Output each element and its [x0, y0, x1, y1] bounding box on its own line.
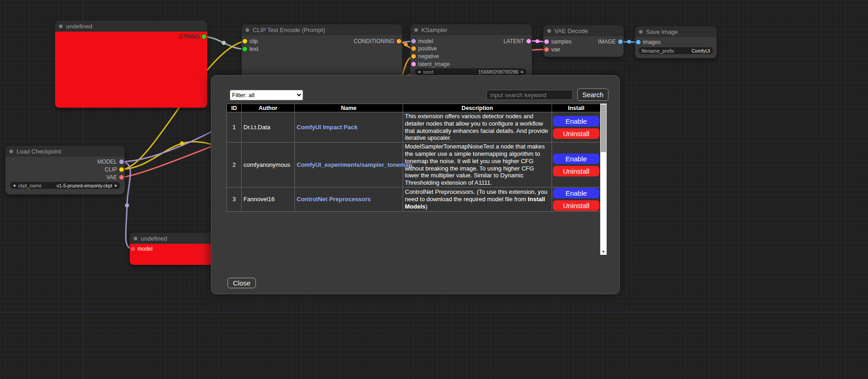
- slot-label: STRING: [179, 33, 199, 40]
- output-slot-model[interactable]: MODEL: [97, 159, 124, 165]
- node-ksampler[interactable]: KSampler model positive negative latent_…: [410, 24, 532, 81]
- input-slot-model[interactable]: model: [411, 38, 433, 44]
- filter-select[interactable]: Filter: all: [230, 90, 303, 100]
- slot-label: positive: [418, 45, 437, 52]
- output-slot-latent[interactable]: LATENT: [503, 38, 531, 44]
- node-collapse-dot-icon[interactable]: [414, 28, 418, 32]
- widget-value: 156680208700286: [478, 69, 519, 75]
- input-slot-negative[interactable]: negative: [411, 53, 439, 60]
- search-input[interactable]: [487, 90, 573, 100]
- uninstall-button[interactable]: Uninstall: [553, 200, 599, 211]
- decrement-arrow-icon[interactable]: ◀: [418, 68, 420, 75]
- node-undefined-top[interactable]: undefined STRING: [55, 21, 207, 108]
- latent-slot-dot-icon[interactable]: [526, 39, 531, 44]
- node-title-bar[interactable]: KSampler: [410, 24, 532, 35]
- input-slot-text[interactable]: text: [243, 46, 258, 52]
- cell-name: ComfyUI_experiments/sampler_tonemap: [295, 143, 403, 187]
- link-midpoint-dot: [180, 142, 184, 146]
- cell-id: 1: [227, 112, 242, 143]
- input-slot-clip[interactable]: clip: [243, 38, 258, 44]
- node-collapse-dot-icon[interactable]: [639, 30, 643, 34]
- table-header-row: ID Author Name Description Install: [227, 104, 601, 112]
- extension-table: ID Author Name Description Install 1 Dr.…: [227, 104, 601, 212]
- input-slot-samples[interactable]: samples: [544, 38, 572, 45]
- extension-link[interactable]: ControlNet Preprocessors: [297, 196, 371, 203]
- enable-button[interactable]: Enable: [553, 154, 599, 164]
- enable-button[interactable]: Enable: [553, 116, 599, 126]
- node-vae-decode[interactable]: VAE Decode samples vae IMAGE: [543, 25, 624, 57]
- vae-slot-dot-icon[interactable]: [119, 175, 124, 180]
- input-slot-images[interactable]: images: [636, 39, 661, 45]
- node-collapse-dot-icon[interactable]: [133, 236, 138, 241]
- extension-link[interactable]: ComfyUI Impact Pack: [297, 124, 358, 131]
- node-collapse-dot-icon[interactable]: [59, 24, 63, 28]
- node-title-bar[interactable]: VAE Decode: [543, 25, 624, 36]
- table-scrollbar[interactable]: ▼: [600, 104, 607, 255]
- slot-label: CONDITIONING: [354, 38, 394, 44]
- string-slot-dot-icon[interactable]: [202, 34, 206, 39]
- link-midpoint-dot: [536, 39, 539, 43]
- input-slot-model[interactable]: model: [131, 246, 153, 252]
- node-clip-text-encode[interactable]: CLIP Text Encode (Prompt) clip text COND…: [242, 24, 402, 81]
- next-arrow-icon[interactable]: ▶: [115, 182, 117, 189]
- image-slot-dot-icon[interactable]: [636, 40, 641, 44]
- column-header-install: Install: [552, 104, 601, 112]
- seed-widget[interactable]: ◀ seed 156680208700286 ▶: [415, 68, 526, 75]
- model-slot-dot-icon[interactable]: [119, 159, 124, 164]
- graph-canvas[interactable]: undefined STRING CLIP Text Encode (Promp…: [0, 0, 868, 379]
- extension-link[interactable]: ComfyUI_experiments/sampler_tonemap: [297, 161, 412, 168]
- slot-label: model: [418, 38, 433, 44]
- filename-prefix-widget[interactable]: filename_prefix ComfyUI: [639, 47, 713, 54]
- cell-author: Dr.Lt.Data: [242, 112, 295, 143]
- scrollbar-down-arrow-icon[interactable]: ▼: [600, 248, 607, 255]
- conditioning-slot-dot-icon[interactable]: [397, 39, 401, 44]
- input-slot-vae[interactable]: vae: [544, 46, 560, 53]
- output-slot-clip[interactable]: CLIP: [105, 166, 124, 173]
- output-slot-image[interactable]: IMAGE: [598, 38, 623, 45]
- image-slot-dot-icon[interactable]: [618, 39, 623, 44]
- conditioning-slot-dot-icon[interactable]: [411, 46, 416, 51]
- cell-id: 3: [227, 187, 242, 211]
- slot-label: IMAGE: [598, 38, 616, 45]
- previous-arrow-icon[interactable]: ◀: [13, 182, 15, 189]
- node-save-image[interactable]: Save Image images filename_prefix ComfyU…: [635, 26, 717, 58]
- input-slot-latent-image[interactable]: latent_image: [411, 61, 450, 67]
- latent-slot-dot-icon[interactable]: [544, 39, 549, 44]
- node-load-checkpoint[interactable]: Load Checkpoint MODEL CLIP VAE ◀ ckpt_na…: [6, 146, 125, 194]
- clip-slot-dot-icon[interactable]: [119, 167, 124, 172]
- node-title-bar[interactable]: Load Checkpoint: [6, 146, 125, 157]
- string-slot-dot-icon[interactable]: [243, 47, 247, 51]
- clip-slot-dot-icon[interactable]: [243, 39, 247, 44]
- node-collapse-dot-icon[interactable]: [547, 29, 551, 33]
- input-slot-positive[interactable]: positive: [411, 45, 437, 52]
- column-header-name: Name: [295, 104, 403, 112]
- vae-slot-dot-icon[interactable]: [544, 47, 549, 52]
- uninstall-button[interactable]: Uninstall: [553, 166, 599, 176]
- node-collapse-dot-icon[interactable]: [245, 28, 249, 32]
- model-slot-dot-icon[interactable]: [411, 39, 416, 44]
- slot-label: latent_image: [418, 61, 450, 67]
- slot-label: VAE: [106, 174, 117, 181]
- increment-arrow-icon[interactable]: ▶: [521, 68, 524, 75]
- search-button[interactable]: Search: [577, 88, 608, 101]
- output-slot-string[interactable]: STRING: [179, 33, 206, 40]
- model-slot-dot-icon[interactable]: [131, 247, 135, 251]
- node-title-bar[interactable]: undefined: [55, 21, 207, 32]
- enable-button[interactable]: Enable: [553, 188, 599, 198]
- ckpt-name-widget[interactable]: ◀ ckpt_name v1-5-pruned-emaonly.ckpt ▶: [10, 182, 120, 189]
- table-row: 2 comfyanonymous ComfyUI_experiments/sam…: [227, 143, 601, 187]
- node-title-bar[interactable]: CLIP Text Encode (Prompt): [242, 24, 402, 35]
- uninstall-button[interactable]: Uninstall: [553, 128, 599, 139]
- extension-table-container[interactable]: ID Author Name Description Install 1 Dr.…: [227, 104, 607, 255]
- node-title: Save Image: [646, 28, 678, 35]
- scrollbar-thumb[interactable]: [601, 104, 606, 152]
- output-slot-vae[interactable]: VAE: [106, 174, 124, 181]
- conditioning-slot-dot-icon[interactable]: [411, 54, 416, 59]
- node-title-bar[interactable]: Save Image: [635, 26, 717, 37]
- widget-label: filename_prefix: [641, 48, 674, 54]
- slot-label: clip: [249, 38, 258, 44]
- node-collapse-dot-icon[interactable]: [9, 149, 13, 154]
- output-slot-conditioning[interactable]: CONDITIONING: [354, 38, 401, 44]
- close-button[interactable]: Close: [227, 278, 256, 288]
- latent-slot-dot-icon[interactable]: [411, 62, 416, 66]
